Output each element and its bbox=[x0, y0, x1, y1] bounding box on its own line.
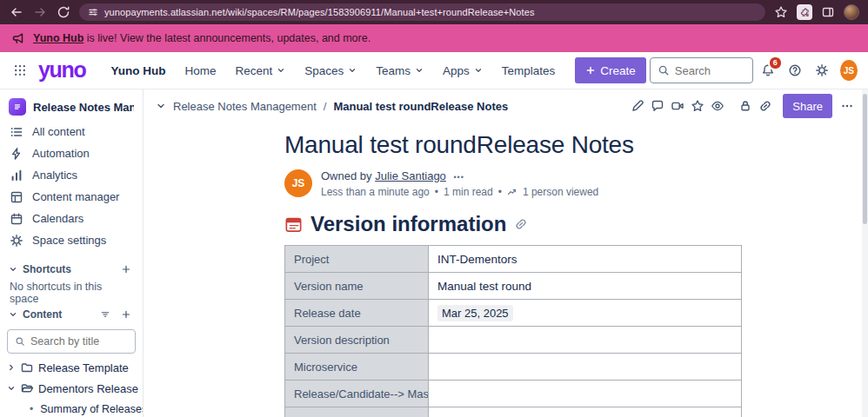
user-avatar[interactable]: JS bbox=[840, 60, 858, 81]
chevron-down-icon bbox=[9, 265, 17, 274]
row-label: Version description bbox=[285, 327, 429, 354]
row-label: Release date bbox=[285, 300, 429, 327]
bullet: • bbox=[30, 403, 33, 415]
page-scrollbar[interactable] bbox=[862, 89, 868, 417]
row-value: Manual test round bbox=[429, 273, 742, 300]
extension-icon[interactable] bbox=[797, 4, 812, 20]
nav-item-apps[interactable]: Apps bbox=[435, 59, 491, 83]
watch-button[interactable] bbox=[709, 95, 726, 117]
nav-item-teams[interactable]: Teams bbox=[368, 59, 431, 83]
add-shortcut-button[interactable] bbox=[118, 261, 134, 277]
ellipsis-icon bbox=[840, 99, 854, 113]
favorite-button[interactable] bbox=[689, 95, 706, 117]
sidebar-item-analytics[interactable]: Analytics bbox=[0, 164, 143, 186]
back-icon[interactable] bbox=[9, 4, 24, 20]
tree-item-release-template[interactable]: Release Template bbox=[0, 357, 143, 378]
video-icon bbox=[671, 99, 684, 113]
nav-item-yuno-hub[interactable]: Yuno Hub bbox=[103, 59, 173, 83]
global-search[interactable] bbox=[650, 57, 753, 83]
row-label: Project bbox=[285, 246, 429, 273]
gear-icon bbox=[815, 63, 829, 77]
views-count[interactable]: 1 person viewed bbox=[523, 186, 598, 198]
nav-item-spaces[interactable]: Spaces bbox=[297, 59, 364, 83]
help-button[interactable] bbox=[784, 59, 807, 83]
filter-icon bbox=[100, 309, 110, 320]
comment-button[interactable] bbox=[649, 95, 666, 117]
search-input[interactable] bbox=[675, 64, 745, 77]
url-text: yunopayments.atlassian.net/wiki/spaces/R… bbox=[104, 7, 535, 17]
forward-icon[interactable] bbox=[32, 4, 48, 20]
chevron-down-icon bbox=[415, 66, 424, 75]
chevron-down-icon bbox=[277, 66, 285, 75]
restrictions-button[interactable] bbox=[737, 95, 754, 117]
sidebar-item-content-manager[interactable]: Content manager bbox=[0, 186, 143, 208]
owner-more-icon[interactable]: ••• bbox=[453, 173, 464, 182]
breadcrumb-current: Manual test roundRelease Notes bbox=[333, 100, 508, 113]
site-settings-icon bbox=[88, 7, 98, 17]
banner-link[interactable]: Yuno Hub bbox=[33, 32, 83, 44]
breadcrumb-chevron-icon[interactable] bbox=[156, 101, 166, 111]
space-header[interactable]: Release Notes Manage... bbox=[0, 93, 143, 121]
settings-button[interactable] bbox=[811, 59, 834, 83]
nav-item-home[interactable]: Home bbox=[177, 59, 224, 83]
app-switcher-icon[interactable] bbox=[10, 59, 30, 82]
plus-icon bbox=[121, 264, 131, 275]
table-row: Version description bbox=[285, 327, 742, 354]
space-icon bbox=[9, 98, 26, 116]
copy-link-button[interactable] bbox=[757, 95, 774, 117]
scrollbar-thumb[interactable] bbox=[863, 94, 867, 224]
table-row: Changes bbox=[285, 407, 742, 417]
share-button[interactable]: Share bbox=[783, 94, 832, 118]
tree-item-summary-of-releases[interactable]: • Summary of Releases... bbox=[0, 399, 143, 417]
meta-line: Less than a minute ago • 1 min read • 1 … bbox=[321, 186, 598, 198]
date-lozenge: Mar 25, 2025 bbox=[437, 305, 513, 321]
sidebar-search[interactable] bbox=[7, 329, 136, 354]
refresh-icon[interactable] bbox=[56, 4, 71, 20]
plus-icon bbox=[585, 65, 596, 76]
more-actions-button[interactable] bbox=[838, 95, 856, 117]
browser-profile-avatar[interactable] bbox=[844, 4, 859, 20]
notification-badge: 6 bbox=[768, 56, 783, 70]
nav-item-recent[interactable]: Recent bbox=[227, 59, 293, 83]
record-video-button[interactable] bbox=[669, 95, 686, 117]
yuno-logo[interactable]: yuno bbox=[38, 57, 86, 83]
bookmark-star-icon[interactable] bbox=[773, 4, 789, 20]
tree-item-dementors-release[interactable]: Dementors Release bbox=[0, 378, 143, 399]
notifications-button[interactable]: 6 bbox=[757, 59, 780, 83]
shortcuts-empty-text: No shortcuts in this space bbox=[0, 279, 143, 295]
side-panel-icon[interactable] bbox=[820, 4, 836, 20]
sidebar-item-calendars[interactable]: Calendars bbox=[0, 208, 143, 229]
page-body: Manual test roundRelease Notes JS Owned … bbox=[284, 122, 742, 417]
comment-icon bbox=[651, 99, 664, 113]
table-row: Version name Manual test round bbox=[285, 273, 742, 300]
calendar-emoji bbox=[284, 215, 303, 234]
chevron-down-icon[interactable] bbox=[7, 384, 16, 393]
edit-button[interactable] bbox=[629, 95, 646, 117]
title-search-input[interactable] bbox=[30, 335, 128, 348]
owner-avatar[interactable]: JS bbox=[284, 169, 312, 197]
nav-item-templates[interactable]: Templates bbox=[494, 59, 564, 83]
sidebar-item-space-settings[interactable]: Space settings bbox=[0, 229, 143, 251]
filter-button[interactable] bbox=[97, 307, 113, 322]
shortcuts-section-header[interactable]: Shortcuts bbox=[0, 260, 143, 279]
content-manager-icon bbox=[10, 190, 23, 204]
bar-chart-icon bbox=[10, 169, 23, 182]
content-section-header[interactable]: Content bbox=[0, 305, 143, 324]
heading-anchor-link-icon[interactable] bbox=[514, 217, 528, 231]
create-button[interactable]: Create bbox=[575, 57, 646, 83]
sidebar-item-automation[interactable]: Automation bbox=[0, 142, 143, 164]
star-icon bbox=[691, 99, 704, 113]
breadcrumb-separator: / bbox=[324, 100, 327, 113]
breadcrumb-parent-link[interactable]: Release Notes Management bbox=[173, 100, 317, 113]
add-content-button[interactable] bbox=[118, 307, 134, 322]
content-header: Release Notes Management / Manual test r… bbox=[144, 89, 868, 122]
row-value: INT-Dementors bbox=[429, 246, 742, 273]
announcement-banner: Yuno Hub is live! View the latest announ… bbox=[0, 24, 868, 52]
address-bar[interactable]: yunopayments.atlassian.net/wiki/spaces/R… bbox=[79, 3, 765, 21]
owner-link[interactable]: Julie Santiago bbox=[375, 169, 446, 182]
sidebar-item-all-content[interactable]: All content bbox=[0, 121, 143, 142]
browser-window: yunopayments.atlassian.net/wiki/spaces/R… bbox=[0, 0, 868, 417]
table-row: Release/Candidate--> Master bbox=[285, 381, 742, 407]
browser-chrome: yunopayments.atlassian.net/wiki/spaces/R… bbox=[0, 0, 868, 24]
chevron-right-icon[interactable] bbox=[7, 363, 16, 372]
